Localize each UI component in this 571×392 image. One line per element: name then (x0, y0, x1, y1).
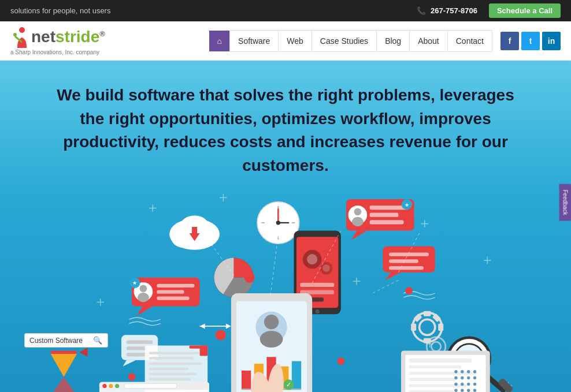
hero-svg: ★ ★ (0, 189, 571, 392)
hero-headline: We build software that solves the right … (0, 61, 571, 189)
svg-rect-131 (149, 357, 194, 360)
svg-point-163 (454, 376, 457, 379)
svg-point-170 (473, 383, 476, 386)
svg-point-149 (244, 272, 255, 283)
svg-rect-135 (149, 378, 191, 381)
svg-point-159 (454, 370, 457, 373)
svg-rect-145 (124, 384, 176, 389)
svg-marker-70 (200, 324, 205, 329)
search-input[interactable] (29, 337, 93, 345)
svg-point-0 (19, 27, 25, 33)
svg-marker-54 (137, 307, 153, 316)
logo-name: netstride® (31, 29, 105, 45)
nav-case-studies[interactable]: Case Studies (312, 30, 377, 52)
facebook-button[interactable]: f (500, 32, 519, 50)
svg-rect-66 (127, 347, 146, 350)
svg-rect-42 (370, 221, 404, 225)
svg-point-168 (461, 383, 464, 386)
tagline: solutions for people, not users (10, 6, 110, 15)
svg-point-56 (140, 285, 147, 293)
svg-point-152 (405, 287, 413, 294)
phone-icon: 📞 (417, 6, 426, 15)
nav-software[interactable]: Software (229, 30, 279, 52)
logo-net: net (31, 28, 55, 46)
svg-point-143 (109, 384, 113, 388)
linkedin-button[interactable]: in (542, 32, 561, 50)
logo-stride: stride (55, 28, 99, 46)
svg-point-153 (338, 358, 345, 365)
svg-text:★: ★ (132, 281, 137, 286)
phone-number: 📞 267-757-8706 (417, 6, 477, 15)
svg-point-151 (128, 374, 136, 381)
svg-point-85 (260, 331, 283, 348)
svg-point-161 (467, 370, 470, 373)
svg-point-84 (264, 315, 279, 329)
svg-rect-77 (300, 283, 334, 287)
svg-marker-39 (351, 231, 367, 240)
svg-rect-65 (127, 341, 153, 344)
svg-rect-132 (149, 363, 201, 365)
schedule-call-button[interactable]: Schedule a Call (489, 3, 561, 18)
svg-rect-119 (409, 384, 467, 387)
top-bar: solutions for people, not users 📞 267-75… (0, 0, 571, 21)
svg-rect-133 (149, 368, 188, 371)
svg-marker-69 (226, 324, 231, 329)
svg-rect-130 (149, 352, 199, 355)
svg-point-150 (216, 330, 226, 341)
nav-blog[interactable]: Blog (376, 30, 410, 52)
svg-rect-134 (149, 373, 196, 376)
svg-rect-117 (409, 372, 477, 375)
svg-point-164 (461, 376, 464, 379)
svg-rect-60 (157, 297, 189, 300)
svg-point-45 (352, 217, 364, 226)
svg-point-169 (467, 383, 470, 386)
social-icons: f t in (500, 32, 561, 50)
svg-rect-104 (438, 324, 443, 331)
svg-point-76 (322, 265, 330, 272)
svg-rect-52 (389, 266, 424, 270)
header: netstride® a Sharp Innovations, Inc. com… (0, 21, 571, 61)
svg-rect-58 (157, 284, 194, 288)
nav-web[interactable]: Web (278, 30, 312, 52)
feedback-tab[interactable]: Feedback (559, 184, 571, 221)
svg-rect-127 (51, 351, 77, 354)
svg-point-162 (473, 370, 476, 373)
svg-line-157 (372, 281, 398, 294)
logo-registered: ® (99, 29, 105, 38)
svg-rect-118 (409, 378, 456, 381)
logo-icon (10, 26, 29, 48)
svg-rect-115 (409, 359, 472, 363)
svg-point-167 (454, 383, 457, 386)
search-bar: 🔍 (24, 333, 108, 348)
svg-point-166 (473, 376, 476, 379)
svg-rect-101 (424, 311, 431, 316)
svg-point-2 (13, 33, 17, 36)
nav-about[interactable]: About (409, 30, 448, 52)
search-button[interactable]: 🔍 (93, 336, 102, 345)
svg-rect-59 (157, 290, 184, 294)
svg-point-100 (420, 320, 435, 335)
logo-tagline: a Sharp Innovations, Inc. company (10, 49, 105, 55)
hero-illustration: ★ ★ (0, 189, 571, 392)
svg-rect-41 (370, 213, 399, 217)
svg-rect-103 (411, 324, 416, 331)
hero-section: We build software that solves the right … (0, 61, 571, 392)
svg-point-160 (461, 370, 464, 373)
svg-text:✓: ✓ (286, 381, 291, 388)
nav-contact[interactable]: Contact (447, 30, 492, 52)
svg-point-144 (115, 384, 119, 388)
svg-marker-49 (385, 272, 401, 281)
svg-point-80 (316, 309, 320, 313)
svg-rect-139 (200, 346, 208, 356)
svg-point-57 (138, 293, 149, 302)
svg-rect-116 (409, 365, 461, 368)
nav-home-button[interactable]: ⌂ (209, 31, 230, 51)
svg-line-155 (270, 236, 279, 296)
nav: ⌂ Software Web Case Studies Blog About C… (209, 30, 492, 52)
svg-rect-86 (242, 371, 251, 389)
svg-text:★: ★ (405, 202, 409, 208)
svg-point-32 (276, 221, 280, 225)
svg-point-165 (467, 376, 470, 379)
svg-point-108 (431, 342, 440, 351)
twitter-button[interactable]: t (521, 32, 540, 50)
